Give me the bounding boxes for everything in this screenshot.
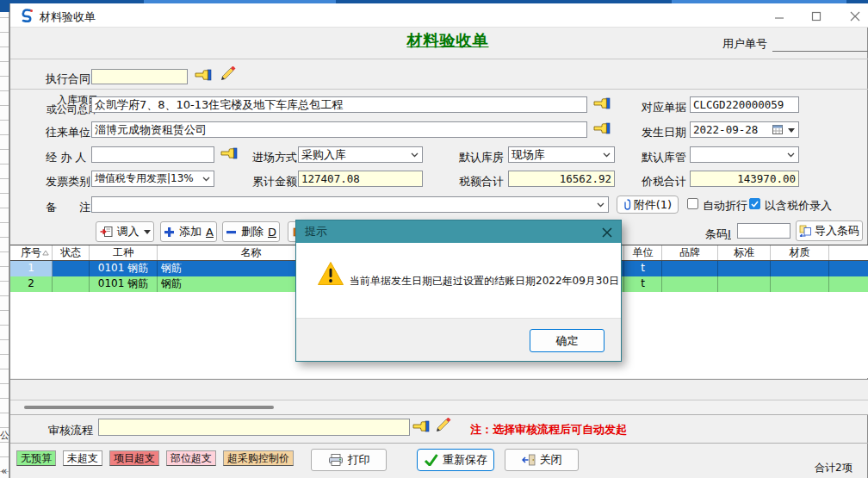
contract-lookup-hand-icon[interactable] [195,68,212,82]
autowrap-label: 自动折行 [703,198,747,214]
review-input[interactable] [98,419,410,436]
contract-edit-pen-icon[interactable] [220,66,237,82]
header-status[interactable]: 状态 [53,245,90,260]
dialog-ok-button[interactable]: 确定 [530,329,604,352]
exit-door-icon [522,454,536,466]
review-note: 注：选择审核流程后可自动发起 [470,422,627,438]
window-title: 材料验收单 [40,9,96,25]
note-combo[interactable] [91,196,609,213]
separator [10,59,868,59]
cell-material[interactable] [771,276,829,292]
cell-material[interactable] [771,261,829,276]
cell-worktype[interactable]: 0101 钢筋 [90,261,158,276]
project-lookup-hand-icon[interactable] [593,96,611,110]
cell-standard[interactable] [718,276,771,292]
plus-icon [164,227,175,238]
minimize-button[interactable] [773,10,785,22]
header-standard[interactable]: 标准 [718,245,771,260]
invoice-select[interactable]: 增值税专用发票|13% [91,171,214,187]
background-partial-text: 公 [0,429,9,442]
cell-unit[interactable]: t [624,261,662,276]
maximize-button[interactable] [810,10,822,22]
doc-input[interactable]: CLCGD220000059 [690,96,799,113]
import-document-icon [100,226,113,238]
cell-worktype[interactable]: 0101 钢筋 [90,276,158,292]
minus-icon [226,227,237,238]
contract-input[interactable] [91,69,188,84]
window-titlebar: 材料验收单 [10,3,868,28]
import-rows-button[interactable]: 调入 [96,221,154,242]
close-form-button[interactable]: 关闭 [505,449,579,471]
legend-no-budget: 无预算 [16,450,56,466]
tax-field[interactable]: 16562.92 [508,171,615,187]
warehouse-value: 现场库 [512,147,545,163]
review-lookup-hand-icon[interactable] [412,419,430,433]
attachment-button[interactable]: 附件(1) [617,196,679,214]
printer-icon [328,454,344,466]
check-icon [751,201,759,208]
add-row-button[interactable]: 添加A [160,221,217,242]
chevron-down-icon [603,152,611,158]
calendar-icon[interactable] [772,125,783,134]
dialog-body: 当前单据发生日期已超过设置的结账日期2022年09月30日 [296,243,621,318]
autowrap-checkbox[interactable] [687,198,698,209]
amount-field[interactable]: 127407.08 [298,171,423,187]
vendor-input[interactable]: 淄博元成物资租赁公司 [91,121,587,138]
contract-label: 执行合同 [46,71,90,87]
header-seq[interactable]: 序号 [10,245,53,260]
resave-button[interactable]: 重新保存 [417,449,494,471]
total-items-label: 合计2项 [815,461,852,475]
cell-brand[interactable] [662,261,718,276]
background-strip-header [0,3,9,12]
header-unit[interactable]: 单位 [624,245,662,260]
barcode-pages-icon [799,225,812,237]
barcode-input[interactable] [737,223,790,239]
user-no-label: 用户单号 [722,36,767,52]
entry-mode-select[interactable]: 采购入库 [298,146,423,163]
scrollbar-thumb[interactable] [24,406,274,409]
cell-extra[interactable] [829,276,868,292]
note-label: 备 注 [46,200,90,215]
gross-field[interactable]: 143970.00 [690,171,799,187]
header-worktype[interactable]: 工种 [90,245,158,260]
header-material[interactable]: 材质 [771,245,829,260]
keeper-select[interactable] [690,146,799,163]
date-input[interactable]: 2022-09-28 [690,121,799,138]
cell-extra[interactable] [829,261,868,276]
cell-seq[interactable]: 2 [10,276,53,292]
project-input[interactable]: 众凯学府7、8、10-13住宅楼及地下车库总包工程 [91,96,587,113]
handler-lookup-hand-icon[interactable] [220,146,238,160]
cell-brand[interactable] [662,276,718,292]
delete-row-button[interactable]: 删除D [222,221,280,242]
dialog-titlebar: 提示 [296,220,621,243]
chevron-down-icon [787,152,795,158]
dialog-close-icon[interactable] [600,226,614,239]
warehouse-select[interactable]: 现场库 [508,146,615,163]
print-button[interactable]: 打印 [311,449,387,471]
review-edit-pen-icon[interactable] [435,418,452,433]
close-button[interactable] [849,10,861,22]
form-title: 材料验收单 [336,30,560,51]
cell-seq[interactable]: 1 [10,261,53,276]
header-brand[interactable]: 品牌 [662,245,718,260]
project-label: 入库项目 或公司总库 [35,96,98,115]
cell-unit[interactable]: t [624,276,662,292]
cell-status[interactable] [53,276,90,292]
user-no-field[interactable] [772,36,868,52]
gross-label: 价税合计 [642,174,686,189]
vendor-label: 往来单位 [46,125,90,140]
import-barcode-button[interactable]: 导入条码 [796,220,863,241]
horizontal-scrollbar[interactable] [10,400,868,414]
handler-input[interactable] [91,146,214,163]
barcode-label: 条码I [705,227,731,242]
dialog-footer: 确定 [296,318,621,361]
invoice-label: 发票类别 [46,174,90,189]
tax-entry-checkbox[interactable] [749,198,760,209]
date-dropdown-arrow-icon[interactable] [788,128,795,133]
tax-label: 税额合计 [459,174,504,189]
cell-status[interactable] [53,261,90,276]
vendor-lookup-hand-icon[interactable] [593,121,611,135]
collapse-chevrons[interactable]: « [1,465,7,477]
cell-standard[interactable] [718,261,771,276]
dialog-message: 当前单据发生日期已超过设置的结账日期2022年09月30日 [350,274,619,289]
